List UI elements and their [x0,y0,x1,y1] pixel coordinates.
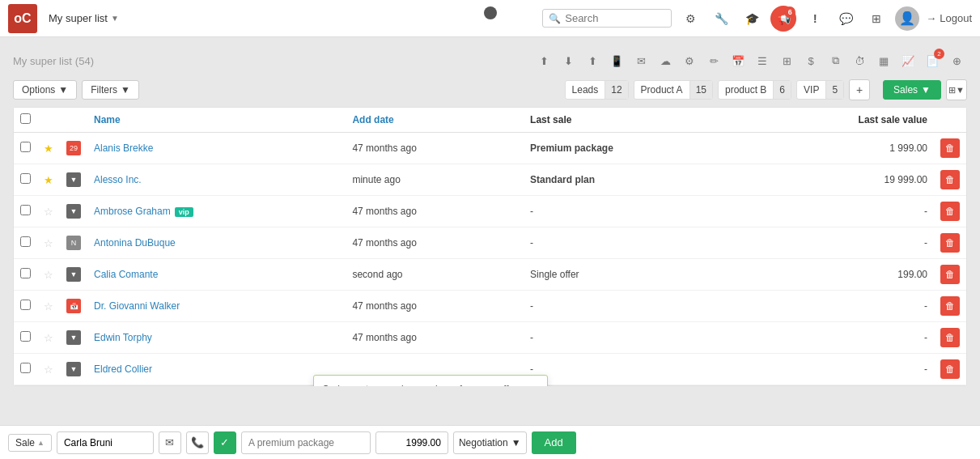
logo[interactable]: oC [8,4,37,33]
delete-button[interactable]: 🗑 [940,170,960,189]
cloud-toolbar-icon[interactable]: ☁ [655,50,676,71]
product-b-filter[interactable]: product B 6 [718,80,791,100]
row-icon-cell[interactable]: ▼ [60,354,87,385]
list-toolbar-icon[interactable]: ☰ [752,50,773,71]
contact-name-link[interactable]: Dr. Giovanni Walker [94,300,180,312]
row-checkbox[interactable] [20,363,31,373]
row-checkbox[interactable] [20,142,31,152]
delete-button[interactable]: 🗑 [940,359,960,379]
mobile-toolbar-icon[interactable]: 📱 [606,50,627,71]
row-checkbox[interactable] [20,268,31,278]
n-icon: N [66,236,81,250]
select-all-checkbox[interactable] [20,113,31,124]
row-checkbox[interactable] [20,300,31,310]
star-cell[interactable]: ☆ [37,291,60,322]
grid-view-button[interactable]: ⊞ ▼ [946,79,967,100]
star-cell[interactable]: ☆ [37,196,60,227]
dropdown-icon[interactable]: ▼ [66,172,81,187]
settings-nav-icon[interactable]: ⚙ [678,6,702,31]
vip-filter[interactable]: VIP 5 [796,80,844,100]
delete-button[interactable]: 🗑 [940,233,960,253]
graduation-nav-icon[interactable]: 🎓 [740,6,764,31]
pencil-toolbar-icon[interactable]: ✏ [703,50,724,71]
contact-name-link[interactable]: Edwin Torphy [94,332,152,343]
row-icon-cell[interactable]: ▼ [60,259,87,291]
star-empty-icon: ☆ [44,269,53,281]
contact-name-link[interactable]: Eldred Collier [94,363,152,375]
gear-toolbar-icon[interactable]: ⚙ [679,50,700,71]
target-toolbar-icon[interactable]: ⊕ [946,50,967,71]
star-cell[interactable]: ★ [37,133,60,164]
row-checkbox[interactable] [20,173,31,184]
email-toolbar-icon[interactable]: ✉ [630,50,651,71]
tag-icon: 29 [66,141,81,155]
row-checkbox[interactable] [20,236,31,247]
vip-badge: vip [175,207,193,217]
name-header[interactable]: Name [87,108,346,133]
filters-button[interactable]: Filters ▼ [82,80,139,100]
add-filter-button[interactable]: + [849,79,870,100]
row-checkbox[interactable] [20,205,31,215]
star-cell[interactable]: ☆ [37,354,60,385]
upload-toolbar-icon[interactable]: ⬆ [582,50,603,71]
search-input[interactable] [565,12,665,24]
row-checkbox[interactable] [20,331,31,342]
export-toolbar-icon[interactable]: ⬇ [558,50,579,71]
delete-button[interactable]: 🗑 [940,202,960,221]
table-toolbar-icon[interactable]: ⊞ [776,50,797,71]
table-wrapper: Name Add date Last sale Last sale value … [13,107,967,386]
row-icon-cell[interactable]: 29 [60,133,87,164]
contact-name-link[interactable]: Antonina DuBuque [94,237,176,249]
row-icon-cell[interactable]: ▼ [60,322,87,354]
row-icon-cell[interactable]: ▼ [60,196,87,227]
dropdown-icon[interactable]: ▼ [66,267,81,282]
contact-name-link[interactable]: Ambrose Graham [94,206,171,217]
delete-button[interactable]: 🗑 [940,296,960,316]
list-header: My super list (54) ⬆ ⬇ ⬆ 📱 ✉ ☁ ⚙ ✏ 📅 ☰ ⊞… [13,50,967,71]
row-icon-cell[interactable]: N [60,227,87,259]
last-sale-cell: - [524,196,745,227]
line-chart-toolbar-icon[interactable]: 📈 [897,50,918,71]
search-box[interactable]: 🔍 [542,9,672,28]
exclamation-nav-icon[interactable]: ! [803,6,827,31]
doc-toolbar-icon[interactable]: 📄 2 [922,50,943,71]
logout-button[interactable]: → Logout [926,12,972,24]
contact-name-link[interactable]: Calia Comante [94,269,158,280]
last-sale-amount-cell: - [745,196,934,227]
clock-toolbar-icon[interactable]: ⏱ [849,50,870,71]
list-title-btn[interactable]: My super list ▼ [44,9,124,28]
bar-chart-toolbar-icon[interactable]: ▦ [873,50,894,71]
delete-button[interactable]: 🗑 [940,265,960,284]
contact-name-link[interactable]: Alesso Inc. [94,174,142,185]
avatar[interactable]: 👤 [895,6,919,31]
row-icon-cell[interactable]: 📅 [60,291,87,322]
apps-icon: ⊞ [872,12,881,25]
delete-button[interactable]: 🗑 [940,328,960,347]
chat-nav-icon[interactable]: 💬 [834,6,858,31]
tune-nav-icon[interactable]: 🔧 [709,6,733,31]
star-cell[interactable]: ☆ [37,227,60,259]
star-cell[interactable]: ☆ [37,322,60,354]
row-icon-cell[interactable]: ▼ [60,164,87,196]
dropdown-icon[interactable]: ▼ [66,204,81,219]
star-cell[interactable]: ★ [37,164,60,196]
dollar-toolbar-icon[interactable]: $ [800,50,821,71]
dropdown-icon[interactable]: ▼ [66,330,81,345]
sales-button[interactable]: Sales ▼ [883,80,941,100]
alert-btn[interactable]: 📢 6 [770,6,796,32]
leads-filter[interactable]: Leads 12 [565,80,629,100]
add-date-header[interactable]: Add date [346,108,524,133]
select-all-header[interactable] [14,108,37,133]
calendar-toolbar-icon[interactable]: 📅 [728,50,749,71]
copy-toolbar-icon[interactable]: ⧉ [825,50,846,71]
star-cell[interactable]: ☆ [37,259,60,291]
apps-nav-icon[interactable]: ⊞ [864,6,889,31]
options-button[interactable]: Options ▼ [13,80,77,100]
delete-button[interactable]: 🗑 [940,138,960,158]
action-cell: 🗑 [934,291,966,322]
product-a-filter[interactable]: Product A 15 [634,80,713,100]
filter-bar: Options ▼ Filters ▼ Leads 12 Product A 1… [13,79,967,100]
contact-name-link[interactable]: Alanis Brekke [94,142,153,154]
import-toolbar-icon[interactable]: ⬆ [533,50,554,71]
dropdown-icon[interactable]: ▼ [66,362,81,376]
